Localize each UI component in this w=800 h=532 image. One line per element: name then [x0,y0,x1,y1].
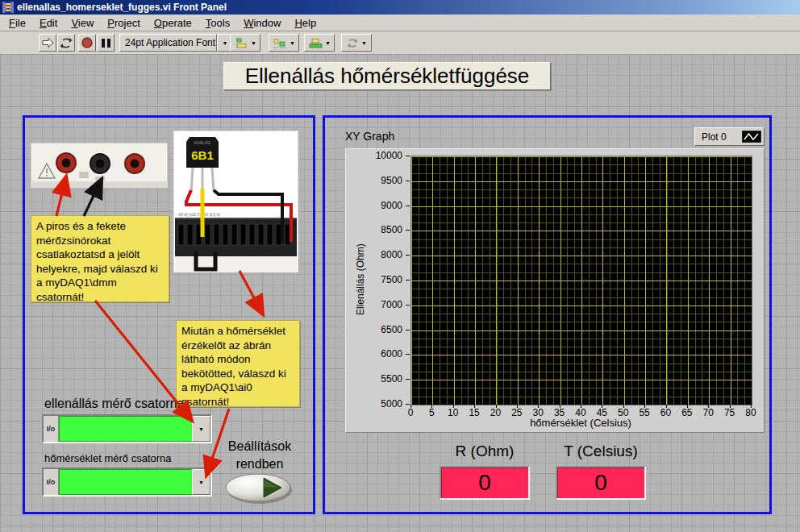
run-continuous-icon [60,37,73,49]
y-tick-label: 8000 [381,249,402,260]
y-tick-mark [406,305,410,305]
chevron-down-icon: ▼ [251,40,256,46]
temperature-channel-dropdown[interactable]: ▼ [192,469,210,495]
y-tick-mark [406,255,410,256]
xy-graph: Ellenállás (Ohm) 10000950090008500800075… [345,148,765,433]
plot-area[interactable] [410,156,752,405]
menu-bar: FileEditViewProjectOperateToolsWindowHel… [0,15,800,31]
x-tick-mark [666,405,667,408]
sensor-wiring-photo: AO AI (±10 V) DIO (0-5 V) ANALOG 6B1 [173,131,298,272]
run-continuous-button[interactable] [57,34,75,52]
pause-icon [102,39,110,48]
note-ai: Miután a hőmérséklet érzékelőt az ábrán … [176,320,300,407]
y-tick-label: 9000 [381,200,402,211]
temperature-channel-label: hőmérséklet mérő csatorna [44,452,172,464]
sensor-label: 6B1 [191,148,214,162]
distribute-objects-icon [273,37,289,49]
t-indicator-label: T (Celsius) [556,443,646,460]
title-bar: ellenallas_homerseklet_fugges.vi Front P… [0,0,800,15]
plot-legend[interactable]: Plot 0 [694,127,765,146]
y-tick-label: 7500 [381,274,402,285]
align-objects-icon [234,37,250,49]
resize-objects-button[interactable]: ▼ [304,34,335,52]
xy-graph-title: XY Graph [345,130,394,143]
plot-style-icon[interactable] [742,131,761,143]
resistance-channel-label: ellenállás mérő csatorna [44,397,184,411]
io-name-icon: I/o [44,416,59,442]
x-tick-mark [496,405,497,408]
x-tick-mark [602,405,602,408]
abort-icon [81,36,94,49]
y-tick-label: 9500 [381,175,402,186]
labview-window: { "window": { "title": "ellenallas_homer… [0,0,800,532]
y-tick-mark [406,330,410,330]
resistance-channel-dropdown[interactable]: ▼ [192,416,210,442]
y-tick-mark [406,404,410,405]
plot-legend-label: Plot 0 [702,131,737,143]
menu-window[interactable]: Window [240,15,285,31]
pause-button[interactable] [97,34,115,52]
menu-project[interactable]: Project [103,15,144,31]
svg-text:ANALOG: ANALOG [194,140,211,145]
t-indicator-value: 0 [556,466,646,500]
resistance-channel-control[interactable]: I/o ▼ [42,414,212,443]
chevron-down-icon: ▼ [198,426,204,432]
y-tick-mark [406,230,410,231]
font-selector[interactable]: 24pt Application Font ▼ [119,34,233,52]
run-button[interactable] [39,34,56,52]
x-tick-mark [581,405,581,408]
y-tick-label: 8500 [381,224,402,235]
abort-button[interactable] [78,34,96,52]
x-tick-mark [623,405,624,408]
distribute-objects-button[interactable]: ▼ [269,34,299,52]
x-tick-mark [431,405,432,408]
reorder-button[interactable]: ▼ [341,34,372,52]
x-tick-mark [730,405,731,408]
align-objects-button[interactable]: ▼ [230,34,260,52]
temperature-channel-value[interactable] [59,469,192,495]
menu-view[interactable]: View [67,15,98,31]
labview-vi-icon [2,2,14,13]
y-tick-mark [406,379,410,380]
chevron-down-icon: ▼ [290,40,295,46]
font-selector-value[interactable]: 24pt Application Font [119,34,217,52]
y-tick-label: 6000 [381,348,402,360]
menu-tools[interactable]: Tools [202,15,234,31]
x-tick-mark [538,405,539,408]
resize-objects-icon [308,37,324,49]
chevron-down-icon: ▼ [223,40,228,46]
toolbar: 24pt Application Font ▼ ▼ ▼ ▼ [0,32,800,55]
y-tick-label: 7000 [381,299,402,310]
y-tick-mark [406,181,410,181]
y-tick-label: 6500 [381,324,402,335]
chevron-down-icon: ▼ [325,40,331,46]
io-name-icon: I/o [44,469,59,495]
y-tick-mark [406,280,410,281]
menu-edit[interactable]: Edit [35,15,61,31]
y-axis-label: Ellenállás (Ohm) [352,156,369,404]
terminal-caption: AO AI (±10 V) DIO (0-5 V) [178,213,220,217]
x-tick-mark [687,405,688,408]
note-dmm: A piros és a fekete mérőzsinórokat csatl… [31,215,169,302]
resistance-channel-value[interactable] [59,416,192,442]
x-tick-mark [751,405,752,408]
y-tick-mark [406,354,410,355]
chevron-down-icon: ▼ [361,40,367,46]
x-tick-mark [644,405,645,408]
menu-operate[interactable]: Operate [150,15,196,31]
x-tick-mark [474,405,475,408]
menu-help[interactable]: Help [290,15,320,31]
y-tick-mark [406,156,410,156]
r-indicator-label: R (Ohm) [440,443,530,460]
settings-ok-button[interactable] [223,472,293,505]
x-tick-mark [410,405,411,408]
x-tick-mark [708,405,709,408]
ok-button-label: Beállítások rendben [218,438,302,472]
page-title: Ellenállás hőmérsékletfüggése [223,62,551,90]
temperature-channel-control[interactable]: I/o ▼ [42,468,212,497]
run-icon [41,37,55,48]
x-tick-mark [453,405,454,408]
menu-file[interactable]: File [5,15,30,31]
reorder-icon [346,37,360,49]
y-tick-label: 5500 [381,373,402,384]
